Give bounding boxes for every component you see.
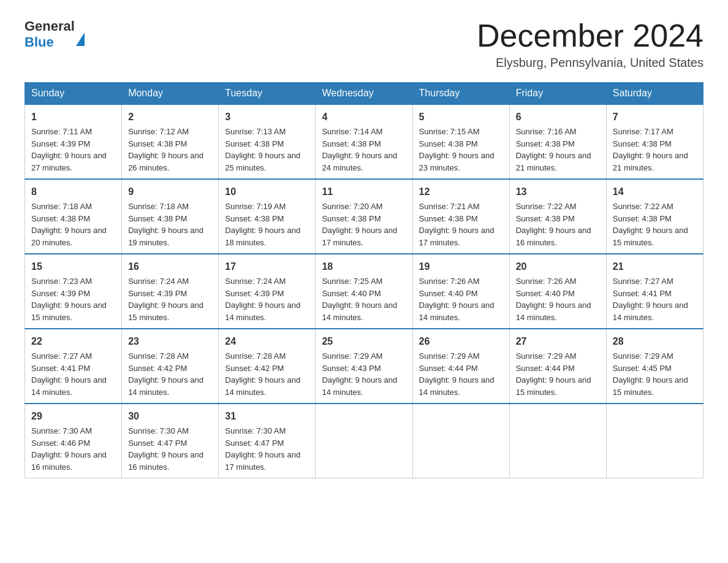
day-number: 20 (516, 259, 600, 274)
day-number: 30 (128, 409, 212, 424)
day-number: 16 (128, 259, 212, 274)
calendar-cell: 25Sunrise: 7:29 AMSunset: 4:43 PMDayligh… (316, 329, 412, 404)
day-info: Sunrise: 7:30 AMSunset: 4:46 PMDaylight:… (31, 426, 107, 472)
day-number: 23 (128, 334, 212, 349)
calendar-cell: 22Sunrise: 7:27 AMSunset: 4:41 PMDayligh… (25, 329, 122, 404)
day-info: Sunrise: 7:13 AMSunset: 4:38 PMDaylight:… (225, 127, 300, 172)
day-number: 31 (225, 409, 309, 424)
calendar-cell: 23Sunrise: 7:28 AMSunset: 4:42 PMDayligh… (122, 329, 219, 404)
day-info: Sunrise: 7:29 AMSunset: 4:44 PMDaylight:… (516, 351, 591, 397)
day-number: 2 (128, 110, 212, 124)
day-info: Sunrise: 7:29 AMSunset: 4:45 PMDaylight:… (613, 351, 688, 397)
calendar-week-row: 8Sunrise: 7:18 AMSunset: 4:38 PMDaylight… (25, 179, 703, 254)
day-info: Sunrise: 7:27 AMSunset: 4:41 PMDaylight:… (31, 351, 107, 397)
day-number: 28 (613, 334, 697, 349)
calendar-cell: 30Sunrise: 7:30 AMSunset: 4:47 PMDayligh… (122, 404, 219, 478)
day-number: 3 (225, 110, 309, 124)
day-number: 25 (322, 334, 406, 349)
day-info: Sunrise: 7:22 AMSunset: 4:38 PMDaylight:… (613, 202, 688, 247)
calendar-cell: 18Sunrise: 7:25 AMSunset: 4:40 PMDayligh… (316, 254, 412, 329)
calendar-cell: 6Sunrise: 7:16 AMSunset: 4:38 PMDaylight… (509, 104, 606, 179)
calendar-week-row: 15Sunrise: 7:23 AMSunset: 4:39 PMDayligh… (25, 254, 703, 329)
day-number: 8 (31, 185, 115, 199)
column-header-thursday: Thursday (412, 83, 509, 105)
calendar-cell (606, 404, 703, 478)
location-subtitle: Elysburg, Pennsylvania, United States (477, 56, 703, 70)
calendar-cell: 4Sunrise: 7:14 AMSunset: 4:38 PMDaylight… (316, 104, 412, 179)
day-number: 19 (419, 259, 503, 274)
day-number: 12 (419, 185, 503, 199)
day-number: 6 (516, 110, 600, 124)
day-info: Sunrise: 7:29 AMSunset: 4:44 PMDaylight:… (419, 351, 495, 397)
day-info: Sunrise: 7:24 AMSunset: 4:39 PMDaylight:… (225, 277, 300, 322)
calendar-cell: 21Sunrise: 7:27 AMSunset: 4:41 PMDayligh… (606, 254, 703, 329)
day-number: 10 (225, 185, 309, 199)
day-info: Sunrise: 7:12 AMSunset: 4:38 PMDaylight:… (128, 127, 203, 172)
day-info: Sunrise: 7:24 AMSunset: 4:39 PMDaylight:… (128, 277, 203, 322)
calendar-cell: 20Sunrise: 7:26 AMSunset: 4:40 PMDayligh… (509, 254, 606, 329)
day-info: Sunrise: 7:27 AMSunset: 4:41 PMDaylight:… (613, 277, 688, 322)
day-number: 29 (31, 409, 115, 424)
calendar-cell: 1Sunrise: 7:11 AMSunset: 4:39 PMDaylight… (25, 104, 122, 179)
column-header-tuesday: Tuesday (219, 83, 316, 105)
calendar-cell (509, 404, 606, 478)
logo: General Blue (25, 18, 85, 50)
calendar-cell: 27Sunrise: 7:29 AMSunset: 4:44 PMDayligh… (509, 329, 606, 404)
calendar-cell: 26Sunrise: 7:29 AMSunset: 4:44 PMDayligh… (412, 329, 509, 404)
day-info: Sunrise: 7:18 AMSunset: 4:38 PMDaylight:… (128, 202, 203, 247)
calendar-cell: 31Sunrise: 7:30 AMSunset: 4:47 PMDayligh… (219, 404, 316, 478)
day-number: 27 (516, 334, 600, 349)
logo-text: General Blue (25, 18, 85, 50)
calendar-cell: 8Sunrise: 7:18 AMSunset: 4:38 PMDaylight… (25, 179, 122, 254)
day-number: 14 (613, 185, 697, 199)
calendar-cell (412, 404, 509, 478)
day-info: Sunrise: 7:15 AMSunset: 4:38 PMDaylight:… (419, 127, 495, 172)
day-number: 21 (613, 259, 697, 274)
calendar-cell: 28Sunrise: 7:29 AMSunset: 4:45 PMDayligh… (606, 329, 703, 404)
column-header-monday: Monday (122, 83, 219, 105)
calendar-cell: 5Sunrise: 7:15 AMSunset: 4:38 PMDaylight… (412, 104, 509, 179)
column-header-saturday: Saturday (606, 83, 703, 105)
column-header-friday: Friday (509, 83, 606, 105)
calendar-cell: 2Sunrise: 7:12 AMSunset: 4:38 PMDaylight… (122, 104, 219, 179)
month-title: December 2024 (477, 18, 703, 53)
calendar-cell: 17Sunrise: 7:24 AMSunset: 4:39 PMDayligh… (219, 254, 316, 329)
title-block: December 2024 Elysburg, Pennsylvania, Un… (477, 18, 703, 70)
calendar-cell: 12Sunrise: 7:21 AMSunset: 4:38 PMDayligh… (412, 179, 509, 254)
day-number: 17 (225, 259, 309, 274)
calendar-cell: 9Sunrise: 7:18 AMSunset: 4:38 PMDaylight… (122, 179, 219, 254)
day-info: Sunrise: 7:28 AMSunset: 4:42 PMDaylight:… (128, 351, 203, 397)
day-info: Sunrise: 7:30 AMSunset: 4:47 PMDaylight:… (128, 426, 203, 472)
column-header-sunday: Sunday (25, 83, 122, 105)
day-number: 7 (613, 110, 697, 124)
day-number: 4 (322, 110, 406, 124)
day-info: Sunrise: 7:29 AMSunset: 4:43 PMDaylight:… (322, 351, 397, 397)
day-number: 22 (31, 334, 115, 349)
calendar-cell: 14Sunrise: 7:22 AMSunset: 4:38 PMDayligh… (606, 179, 703, 254)
calendar-cell: 10Sunrise: 7:19 AMSunset: 4:38 PMDayligh… (219, 179, 316, 254)
day-info: Sunrise: 7:18 AMSunset: 4:38 PMDaylight:… (31, 202, 107, 247)
day-info: Sunrise: 7:14 AMSunset: 4:38 PMDaylight:… (322, 127, 397, 172)
day-number: 18 (322, 259, 406, 274)
day-info: Sunrise: 7:22 AMSunset: 4:38 PMDaylight:… (516, 202, 591, 247)
calendar-week-row: 29Sunrise: 7:30 AMSunset: 4:46 PMDayligh… (25, 404, 703, 478)
day-info: Sunrise: 7:30 AMSunset: 4:47 PMDaylight:… (225, 426, 300, 472)
calendar-cell: 13Sunrise: 7:22 AMSunset: 4:38 PMDayligh… (509, 179, 606, 254)
calendar-cell: 3Sunrise: 7:13 AMSunset: 4:38 PMDaylight… (219, 104, 316, 179)
day-number: 13 (516, 185, 600, 199)
day-number: 1 (31, 110, 115, 124)
calendar-cell: 16Sunrise: 7:24 AMSunset: 4:39 PMDayligh… (122, 254, 219, 329)
calendar-week-row: 22Sunrise: 7:27 AMSunset: 4:41 PMDayligh… (25, 329, 703, 404)
day-info: Sunrise: 7:21 AMSunset: 4:38 PMDaylight:… (419, 202, 495, 247)
calendar-cell: 29Sunrise: 7:30 AMSunset: 4:46 PMDayligh… (25, 404, 122, 478)
day-info: Sunrise: 7:23 AMSunset: 4:39 PMDaylight:… (31, 277, 107, 322)
day-info: Sunrise: 7:19 AMSunset: 4:38 PMDaylight:… (225, 202, 300, 247)
calendar-cell (316, 404, 412, 478)
column-header-wednesday: Wednesday (316, 83, 412, 105)
day-number: 26 (419, 334, 503, 349)
day-info: Sunrise: 7:26 AMSunset: 4:40 PMDaylight:… (419, 277, 495, 322)
day-number: 5 (419, 110, 503, 124)
day-number: 9 (128, 185, 212, 199)
calendar-week-row: 1Sunrise: 7:11 AMSunset: 4:39 PMDaylight… (25, 104, 703, 179)
calendar-table: SundayMondayTuesdayWednesdayThursdayFrid… (25, 82, 703, 478)
